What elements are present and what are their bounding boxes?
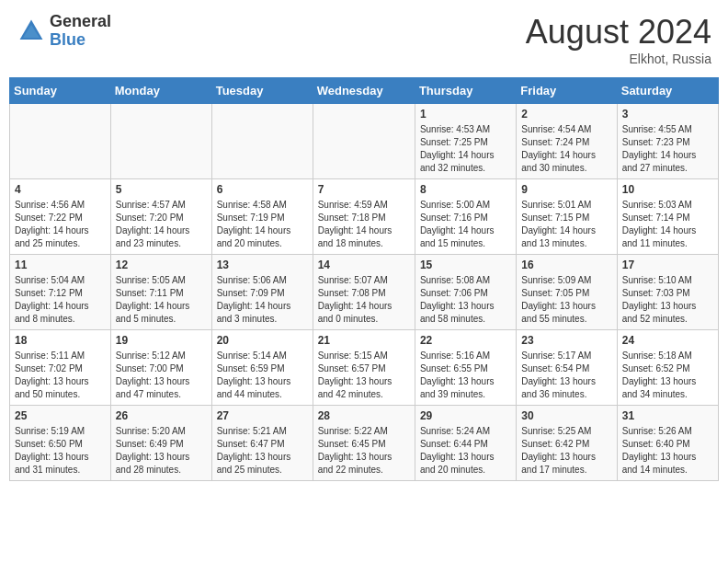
day-info: Sunrise: 5:19 AM Sunset: 6:50 PM Dayligh…	[15, 425, 106, 477]
calendar-day: 28Sunrise: 5:22 AM Sunset: 6:45 PM Dayli…	[313, 406, 415, 481]
day-number: 17	[622, 259, 713, 271]
day-number: 15	[420, 259, 511, 271]
day-info: Sunrise: 5:12 AM Sunset: 7:00 PM Dayligh…	[116, 350, 207, 401]
day-number: 6	[217, 183, 308, 196]
day-info: Sunrise: 5:14 AM Sunset: 6:59 PM Dayligh…	[217, 350, 308, 401]
calendar-day: 18Sunrise: 5:11 AM Sunset: 7:02 PM Dayli…	[10, 330, 111, 406]
calendar-day: 9Sunrise: 5:01 AM Sunset: 7:15 PM Daylig…	[517, 179, 617, 255]
logo-text: General Blue	[50, 13, 111, 50]
calendar-day: 27Sunrise: 5:21 AM Sunset: 6:47 PM Dayli…	[211, 406, 313, 481]
calendar-header: SundayMondayTuesdayWednesdayThursdayFrid…	[10, 78, 719, 104]
calendar-day: 5Sunrise: 4:57 AM Sunset: 7:20 PM Daylig…	[110, 179, 211, 255]
header-day: Thursday	[415, 78, 516, 104]
day-number: 18	[15, 334, 106, 347]
calendar-week: 18Sunrise: 5:11 AM Sunset: 7:02 PM Dayli…	[10, 330, 719, 406]
day-number: 11	[15, 259, 106, 271]
day-info: Sunrise: 5:06 AM Sunset: 7:09 PM Dayligh…	[217, 274, 308, 326]
calendar-day: 6Sunrise: 4:58 AM Sunset: 7:19 PM Daylig…	[211, 179, 313, 255]
day-number: 8	[420, 183, 511, 196]
day-info: Sunrise: 5:22 AM Sunset: 6:45 PM Dayligh…	[318, 425, 410, 477]
day-number: 4	[15, 183, 106, 196]
calendar-week: 25Sunrise: 5:19 AM Sunset: 6:50 PM Dayli…	[10, 406, 719, 481]
calendar-day: 13Sunrise: 5:06 AM Sunset: 7:09 PM Dayli…	[211, 255, 313, 330]
calendar-body: 1Sunrise: 4:53 AM Sunset: 7:25 PM Daylig…	[10, 104, 719, 481]
header-day: Saturday	[617, 78, 718, 104]
calendar-day: 4Sunrise: 4:56 AM Sunset: 7:22 PM Daylig…	[10, 179, 111, 255]
day-number: 5	[116, 183, 207, 196]
day-info: Sunrise: 5:17 AM Sunset: 6:54 PM Dayligh…	[521, 350, 611, 401]
logo-general: General	[50, 13, 111, 31]
calendar-day: 26Sunrise: 5:20 AM Sunset: 6:49 PM Dayli…	[110, 406, 211, 481]
day-number: 12	[116, 259, 207, 271]
day-info: Sunrise: 5:18 AM Sunset: 6:52 PM Dayligh…	[622, 350, 713, 401]
calendar-day: 20Sunrise: 5:14 AM Sunset: 6:59 PM Dayli…	[211, 330, 313, 406]
day-number: 2	[521, 108, 611, 121]
day-number: 10	[622, 183, 713, 196]
day-info: Sunrise: 4:57 AM Sunset: 7:20 PM Dayligh…	[116, 199, 207, 250]
calendar-day: 23Sunrise: 5:17 AM Sunset: 6:54 PM Dayli…	[517, 330, 617, 406]
calendar-day: 8Sunrise: 5:00 AM Sunset: 7:16 PM Daylig…	[415, 179, 516, 255]
calendar-day: 24Sunrise: 5:18 AM Sunset: 6:52 PM Dayli…	[617, 330, 718, 406]
location: Elkhot, Russia	[526, 52, 711, 66]
calendar-day: 22Sunrise: 5:16 AM Sunset: 6:55 PM Dayli…	[415, 330, 516, 406]
day-number: 24	[622, 334, 713, 347]
day-info: Sunrise: 5:08 AM Sunset: 7:06 PM Dayligh…	[420, 274, 511, 326]
calendar-day: 30Sunrise: 5:25 AM Sunset: 6:42 PM Dayli…	[517, 406, 617, 481]
calendar-day: 2Sunrise: 4:54 AM Sunset: 7:24 PM Daylig…	[517, 104, 617, 179]
calendar-week: 1Sunrise: 4:53 AM Sunset: 7:25 PM Daylig…	[10, 104, 719, 179]
calendar-day	[313, 104, 415, 179]
day-info: Sunrise: 5:16 AM Sunset: 6:55 PM Dayligh…	[420, 350, 511, 401]
day-number: 1	[420, 108, 511, 121]
header-day: Friday	[517, 78, 617, 104]
day-number: 27	[217, 409, 308, 422]
month-title: August 2024	[526, 13, 711, 52]
day-number: 16	[521, 259, 611, 271]
header-row: SundayMondayTuesdayWednesdayThursdayFrid…	[10, 78, 719, 104]
calendar-day: 11Sunrise: 5:04 AM Sunset: 7:12 PM Dayli…	[10, 255, 111, 330]
day-info: Sunrise: 5:10 AM Sunset: 7:03 PM Dayligh…	[622, 274, 713, 326]
day-info: Sunrise: 4:54 AM Sunset: 7:24 PM Dayligh…	[521, 123, 611, 175]
title-block: August 2024 Elkhot, Russia	[526, 13, 711, 66]
day-number: 26	[116, 409, 207, 422]
calendar-day: 3Sunrise: 4:55 AM Sunset: 7:23 PM Daylig…	[617, 104, 718, 179]
header-day: Tuesday	[211, 78, 313, 104]
day-info: Sunrise: 4:56 AM Sunset: 7:22 PM Dayligh…	[15, 199, 106, 250]
day-info: Sunrise: 5:15 AM Sunset: 6:57 PM Dayligh…	[318, 350, 410, 401]
day-info: Sunrise: 5:25 AM Sunset: 6:42 PM Dayligh…	[521, 425, 611, 477]
logo-icon	[17, 17, 46, 46]
header-day: Wednesday	[313, 78, 415, 104]
calendar-day	[211, 104, 313, 179]
day-info: Sunrise: 5:00 AM Sunset: 7:16 PM Dayligh…	[420, 199, 511, 250]
day-number: 3	[622, 108, 713, 121]
day-info: Sunrise: 5:03 AM Sunset: 7:14 PM Dayligh…	[622, 199, 713, 250]
day-number: 31	[622, 409, 713, 422]
calendar-day: 1Sunrise: 4:53 AM Sunset: 7:25 PM Daylig…	[415, 104, 516, 179]
calendar-day: 10Sunrise: 5:03 AM Sunset: 7:14 PM Dayli…	[617, 179, 718, 255]
day-info: Sunrise: 5:07 AM Sunset: 7:08 PM Dayligh…	[318, 274, 410, 326]
logo: General Blue	[17, 13, 111, 50]
day-info: Sunrise: 5:26 AM Sunset: 6:40 PM Dayligh…	[622, 425, 713, 477]
calendar-day	[10, 104, 111, 179]
day-number: 9	[521, 183, 611, 196]
calendar-day: 7Sunrise: 4:59 AM Sunset: 7:18 PM Daylig…	[313, 179, 415, 255]
day-info: Sunrise: 4:53 AM Sunset: 7:25 PM Dayligh…	[420, 123, 511, 175]
calendar-day: 25Sunrise: 5:19 AM Sunset: 6:50 PM Dayli…	[10, 406, 111, 481]
calendar-day: 31Sunrise: 5:26 AM Sunset: 6:40 PM Dayli…	[617, 406, 718, 481]
calendar-day: 16Sunrise: 5:09 AM Sunset: 7:05 PM Dayli…	[517, 255, 617, 330]
day-info: Sunrise: 5:05 AM Sunset: 7:11 PM Dayligh…	[116, 274, 207, 326]
day-info: Sunrise: 5:04 AM Sunset: 7:12 PM Dayligh…	[15, 274, 106, 326]
calendar-day: 19Sunrise: 5:12 AM Sunset: 7:00 PM Dayli…	[110, 330, 211, 406]
logo-blue: Blue	[50, 31, 111, 50]
calendar-day: 21Sunrise: 5:15 AM Sunset: 6:57 PM Dayli…	[313, 330, 415, 406]
calendar-week: 11Sunrise: 5:04 AM Sunset: 7:12 PM Dayli…	[10, 255, 719, 330]
calendar-week: 4Sunrise: 4:56 AM Sunset: 7:22 PM Daylig…	[10, 179, 719, 255]
calendar-day: 29Sunrise: 5:24 AM Sunset: 6:44 PM Dayli…	[415, 406, 516, 481]
day-number: 28	[318, 409, 410, 422]
day-number: 19	[116, 334, 207, 347]
day-number: 13	[217, 259, 308, 271]
day-info: Sunrise: 5:01 AM Sunset: 7:15 PM Dayligh…	[521, 199, 611, 250]
day-number: 29	[420, 409, 511, 422]
calendar-day: 15Sunrise: 5:08 AM Sunset: 7:06 PM Dayli…	[415, 255, 516, 330]
day-number: 21	[318, 334, 410, 347]
day-number: 14	[318, 259, 410, 271]
